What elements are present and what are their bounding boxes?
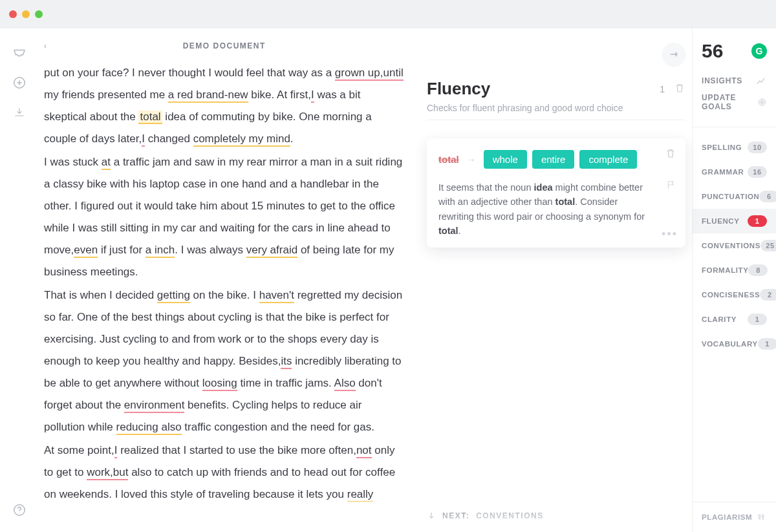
text-run: I was stuck [44, 156, 102, 168]
score: 56 [702, 40, 723, 62]
sidebar-links: INSIGHTSUPDATE GOALS [693, 69, 776, 127]
category-label: PUNCTUATION [702, 193, 759, 200]
highlighted-text[interactable]: reducing also [116, 421, 182, 435]
text-run: bike. At first, [248, 89, 311, 101]
category-count-badge: 1 [748, 314, 767, 325]
highlighted-text[interactable]: really [347, 488, 374, 502]
highlighted-text[interactable]: environment [124, 399, 185, 413]
category-formality[interactable]: FORMALITY8 [693, 258, 776, 282]
highlighted-text[interactable]: haven't [259, 289, 294, 303]
category-fluency[interactable]: FLUENCY1 [693, 209, 776, 233]
highlighted-text[interactable]: grown up,until [335, 67, 404, 81]
category-label: SPELLING [702, 144, 742, 151]
app-window: ‹ DEMO DOCUMENT put on your face? I neve… [0, 0, 776, 532]
category-conventions[interactable]: CONVENTIONS25 [693, 233, 776, 258]
help-icon[interactable] [12, 502, 27, 518]
bottom-fade [39, 506, 692, 532]
category-count-badge: 6 [759, 191, 776, 202]
document-editor[interactable]: put on your face? I never thought I woul… [44, 62, 407, 502]
highlighted-text[interactable]: loosing [202, 377, 237, 391]
sidebar-categories: SPELLING10GRAMMAR16PUNCTUATION6FLUENCY1C… [693, 127, 776, 502]
sidebar-link-update-goals[interactable]: UPDATE GOALS [702, 93, 767, 111]
back-icon[interactable]: ‹ [44, 41, 48, 50]
highlighted-text[interactable]: a red brand-new [168, 89, 248, 103]
collapse-panel-icon[interactable] [662, 43, 685, 66]
highlighted-text[interactable]: its [281, 355, 292, 369]
flag-icon[interactable] [666, 180, 676, 193]
right-sidebar: 56 G INSIGHTSUPDATE GOALS SPELLING10GRAM… [692, 28, 776, 532]
category-label: FORMALITY [702, 266, 748, 274]
highlighted-text[interactable]: at [102, 156, 111, 170]
category-conciseness[interactable]: CONCISENESS2 [693, 282, 776, 307]
category-spelling[interactable]: SPELLING10 [693, 135, 776, 160]
highlighted-text[interactable]: Also [334, 377, 356, 391]
category-label: VOCABULARY [702, 340, 758, 348]
category-count-badge: 2 [760, 289, 776, 301]
text-run: At some point, [44, 444, 114, 456]
category-clarity[interactable]: CLARITY1 [693, 307, 776, 332]
document-header: ‹ DEMO DOCUMENT [44, 41, 407, 50]
highlighted-text[interactable]: not [356, 444, 372, 458]
highlighted-text[interactable]: even [74, 244, 98, 258]
panel-count: 1 [660, 84, 665, 94]
panel-header: Fluency 1 [427, 79, 685, 99]
category-count-badge: 8 [748, 264, 768, 276]
window-titlebar [0, 0, 776, 28]
trash-icon[interactable] [665, 147, 676, 162]
original-word: total [438, 154, 459, 165]
text-run: traffic congestion and the need for gas. [182, 421, 374, 433]
paragraph: I was stuck at a traffic jam and saw in … [44, 151, 404, 283]
text-run: . [290, 133, 294, 145]
category-label: GRAMMAR [702, 168, 744, 176]
suggestion-chip[interactable]: complete [579, 150, 637, 169]
highlighted-text[interactable]: a inch [146, 244, 175, 258]
sidebar-top: 56 G [693, 28, 776, 69]
category-punctuation[interactable]: PUNCTUATION6 [693, 184, 776, 209]
category-label: CLARITY [702, 315, 737, 323]
close-window-dot[interactable] [9, 10, 17, 18]
add-document-icon[interactable] [12, 75, 27, 90]
category-count-badge: 1 [748, 215, 767, 227]
left-rail [0, 28, 39, 532]
svg-point-5 [762, 101, 762, 102]
highlighted-text[interactable]: very afraid [246, 244, 297, 258]
document-title: DEMO DOCUMENT [57, 41, 393, 50]
text-run: time in traffic jams. [237, 377, 334, 389]
suggestion-description: It seems that the noun idea might combin… [438, 180, 674, 239]
paragraph: At some point,I realized that I started … [44, 440, 404, 502]
inbox-icon[interactable] [12, 45, 27, 61]
text-run: put on your face? I never thought I woul… [44, 67, 335, 79]
text-run: changed [145, 133, 193, 145]
category-grammar[interactable]: GRAMMAR16 [693, 160, 776, 184]
category-label: CONVENTIONS [702, 242, 760, 250]
highlighted-text[interactable]: work,but [87, 466, 128, 480]
suggestion-chip[interactable]: whole [484, 150, 527, 169]
sidebar-link-insights[interactable]: INSIGHTS [702, 75, 767, 87]
svg-point-2 [19, 513, 19, 513]
app-frame: ‹ DEMO DOCUMENT put on your face? I neve… [0, 28, 776, 532]
highlighted-text[interactable]: completely my mind [193, 133, 290, 147]
category-count-badge: 1 [758, 338, 776, 350]
minimize-window-dot[interactable] [22, 10, 30, 18]
highlighted-text[interactable]: total [138, 111, 162, 124]
category-label: CONCISENESS [702, 291, 760, 299]
suggestion-panel: Fluency 1 Checks for fluent phrasing and… [427, 28, 685, 532]
text-run: my friends presented me [44, 89, 168, 101]
grammarly-logo-icon[interactable]: G [751, 43, 767, 59]
text-run: if just for [98, 244, 146, 256]
category-vocabulary[interactable]: VOCABULARY1 [693, 332, 776, 356]
maximize-window-dot[interactable] [35, 10, 43, 18]
center-area: ‹ DEMO DOCUMENT put on your face? I neve… [39, 28, 692, 532]
suggestion-chip[interactable]: entire [532, 150, 575, 169]
plagiarism-label: PLAGIARISM [702, 513, 752, 521]
download-icon[interactable] [12, 105, 27, 120]
more-options-icon[interactable]: ••• [662, 228, 678, 241]
sidebar-footer[interactable]: PLAGIARISM [693, 502, 776, 532]
suggestion-card: total → wholeentirecomplete It seems tha… [427, 138, 685, 248]
suggestion-chips: wholeentirecomplete [484, 150, 638, 169]
text-run: That is when I decided [44, 289, 157, 301]
highlighted-text[interactable]: getting [157, 289, 190, 303]
paragraph: That is when I decided getting on the bi… [44, 284, 404, 438]
category-count-badge: 25 [760, 240, 776, 251]
dismiss-all-icon[interactable] [674, 82, 685, 96]
